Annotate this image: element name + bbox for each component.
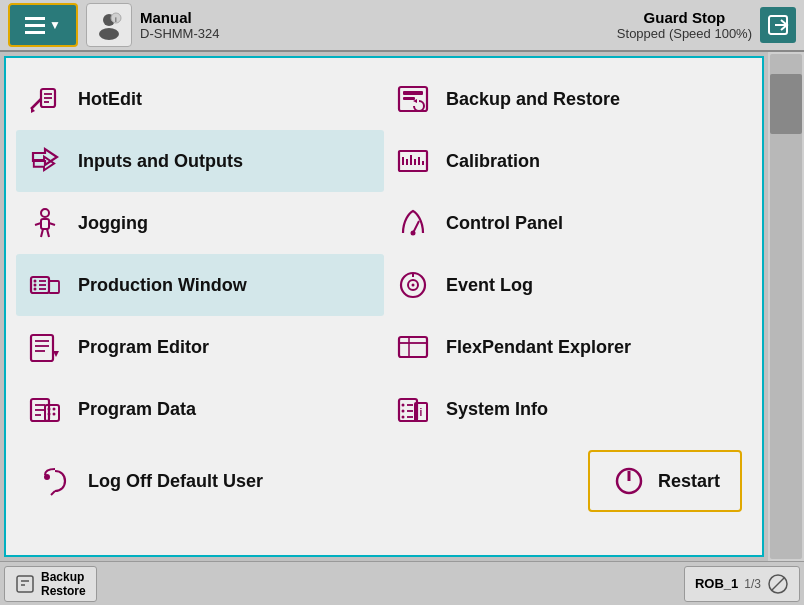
- flexpendant-explorer-icon: [394, 328, 432, 366]
- header-mode: Manual: [140, 9, 609, 26]
- user-icon: i: [94, 10, 124, 40]
- log-off-icon: [36, 462, 74, 500]
- inputs-outputs-label: Inputs and Outputs: [78, 151, 243, 172]
- chevron-down-icon: ▼: [49, 18, 61, 32]
- menu-item-hotedit[interactable]: HotEdit: [16, 68, 384, 130]
- exit-icon: [767, 14, 789, 36]
- menu-item-control-panel[interactable]: Control Panel: [384, 192, 752, 254]
- svg-line-28: [47, 229, 49, 237]
- menu-item-production-window[interactable]: Production Window: [16, 254, 384, 316]
- menu-item-flexpendant-explorer[interactable]: FlexPendant Explorer: [384, 316, 752, 378]
- svg-rect-14: [403, 97, 415, 100]
- restart-label: Restart: [658, 471, 720, 492]
- svg-point-68: [44, 474, 50, 480]
- menu-grid: HotEdit Backup and Restore: [6, 68, 762, 440]
- menu-panel: HotEdit Backup and Restore: [4, 56, 764, 557]
- menu-item-program-editor[interactable]: Program Editor: [16, 316, 384, 378]
- svg-rect-72: [17, 576, 33, 592]
- backup-restore-footer-icon: [15, 574, 35, 594]
- header-status-title: Guard Stop: [617, 9, 752, 26]
- hotedit-label: HotEdit: [78, 89, 142, 110]
- hamburger-icon: [25, 17, 45, 34]
- jogging-label: Jogging: [78, 213, 148, 234]
- inputs-outputs-icon: [26, 142, 64, 180]
- log-off-label: Log Off Default User: [88, 471, 263, 492]
- header-device: D-SHMM-324: [140, 26, 609, 41]
- svg-point-55: [48, 408, 51, 411]
- menu-item-inputs-outputs[interactable]: Inputs and Outputs: [16, 130, 384, 192]
- restart-button[interactable]: Restart: [588, 450, 742, 512]
- control-panel-label: Control Panel: [446, 213, 563, 234]
- footer: Backup Restore ROB_1 1/3: [0, 561, 804, 605]
- svg-rect-13: [403, 91, 423, 95]
- program-editor-label: Program Editor: [78, 337, 209, 358]
- backup-restore-label: Backup and Restore: [446, 89, 620, 110]
- event-log-icon: [394, 266, 432, 304]
- event-log-label: Event Log: [446, 275, 533, 296]
- rob-fraction: 1/3: [744, 577, 761, 591]
- svg-point-32: [34, 280, 37, 283]
- calibration-icon: [394, 142, 432, 180]
- program-editor-icon: [26, 328, 64, 366]
- header-status: Guard Stop Stopped (Speed 100%): [617, 9, 752, 41]
- program-data-label: Program Data: [78, 399, 196, 420]
- svg-rect-47: [399, 337, 427, 357]
- menu-item-event-log[interactable]: Event Log: [384, 254, 752, 316]
- svg-line-6: [31, 99, 41, 109]
- svg-line-27: [41, 229, 43, 237]
- svg-rect-54: [45, 405, 59, 421]
- svg-point-58: [53, 413, 56, 416]
- svg-point-23: [41, 209, 49, 217]
- footer-restore-label: Restore: [41, 584, 86, 598]
- svg-point-33: [34, 284, 37, 287]
- menu-item-backup-restore[interactable]: Backup and Restore: [384, 68, 752, 130]
- svg-point-41: [412, 284, 415, 287]
- svg-point-56: [48, 413, 51, 416]
- jogging-icon: [26, 204, 64, 242]
- svg-point-34: [34, 288, 37, 291]
- scrollbar-track[interactable]: [770, 54, 802, 559]
- bottom-actions: Log Off Default User Restart: [6, 450, 762, 512]
- menu-item-system-info[interactable]: i System Info: [384, 378, 752, 440]
- program-data-icon: [26, 390, 64, 428]
- rob-label: ROB_1: [695, 576, 738, 591]
- system-info-icon: i: [394, 390, 432, 428]
- system-info-label: System Info: [446, 399, 548, 420]
- svg-line-76: [772, 578, 784, 590]
- menu-item-program-data[interactable]: Program Data: [16, 378, 384, 440]
- production-window-icon: [26, 266, 64, 304]
- svg-text:i: i: [115, 15, 117, 24]
- rob-status-icon: [767, 573, 789, 595]
- backup-restore-icon: [394, 80, 432, 118]
- exit-icon-button[interactable]: [760, 7, 796, 43]
- footer-rob-info[interactable]: ROB_1 1/3: [684, 566, 800, 602]
- footer-backup-label: Backup: [41, 570, 86, 584]
- header-info: Manual D-SHMM-324: [140, 9, 609, 41]
- svg-point-60: [402, 404, 405, 407]
- scrollbar-thumb[interactable]: [770, 74, 802, 134]
- flexpendant-explorer-label: FlexPendant Explorer: [446, 337, 631, 358]
- log-off-button[interactable]: Log Off Default User: [26, 454, 273, 508]
- menu-item-jogging[interactable]: Jogging: [16, 192, 384, 254]
- svg-point-30: [411, 231, 416, 236]
- svg-point-64: [402, 416, 405, 419]
- right-scrollbar-panel: [768, 52, 804, 561]
- production-window-label: Production Window: [78, 275, 247, 296]
- header-status-sub: Stopped (Speed 100%): [617, 26, 752, 41]
- menu-item-calibration[interactable]: Calibration: [384, 130, 752, 192]
- control-panel-icon: [394, 204, 432, 242]
- hamburger-menu-button[interactable]: ▼: [8, 3, 78, 47]
- user-icon-button[interactable]: i: [86, 3, 132, 47]
- svg-rect-43: [31, 335, 53, 361]
- header: ▼ i Manual D-SHMM-324 Guard Stop Stopped…: [0, 0, 804, 52]
- footer-labels: Backup Restore: [41, 570, 86, 598]
- restart-icon: [610, 462, 648, 500]
- main-area: HotEdit Backup and Restore: [0, 52, 804, 561]
- calibration-label: Calibration: [446, 151, 540, 172]
- svg-point-57: [53, 408, 56, 411]
- svg-rect-38: [49, 281, 59, 293]
- svg-rect-24: [41, 219, 49, 229]
- footer-backup-restore-button[interactable]: Backup Restore: [4, 566, 97, 602]
- svg-text:i: i: [420, 407, 423, 418]
- hotedit-icon: [26, 80, 64, 118]
